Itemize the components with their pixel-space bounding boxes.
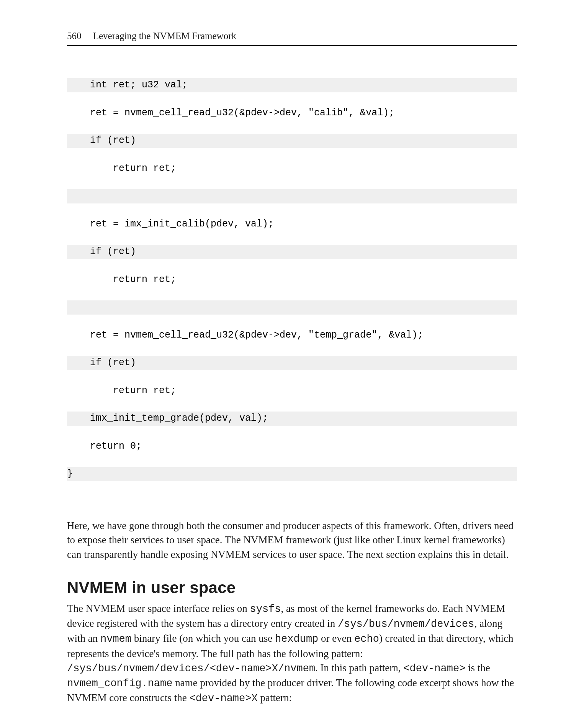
code-line: return ret;	[67, 273, 517, 287]
code-line: if (ret)	[67, 356, 517, 370]
code-line: return 0;	[67, 439, 517, 453]
running-head: 560 Leveraging the NVMEM Framework	[67, 31, 517, 41]
code-line: ret = nvmem_cell_read_u32(&pdev->dev, "c…	[67, 106, 517, 120]
running-title: Leveraging the NVMEM Framework	[93, 31, 236, 41]
page: 560 Leveraging the NVMEM Framework int r…	[0, 0, 584, 728]
code-line: if (ret)	[67, 134, 517, 148]
header-rule	[67, 45, 517, 46]
page-number: 560	[67, 31, 82, 41]
code-line: }	[67, 467, 517, 481]
paragraph-1: Here, we have gone through both the cons…	[67, 519, 517, 562]
code-line	[67, 189, 517, 203]
code-line	[67, 300, 517, 314]
code-line: ret = imx_init_calib(pdev, val);	[67, 217, 517, 231]
code-line: imx_init_temp_grade(pdev, val);	[67, 412, 517, 425]
code-line: if (ret)	[67, 245, 517, 259]
paragraph-2: The NVMEM user space interface relies on…	[67, 602, 517, 706]
code-line: return ret;	[67, 384, 517, 398]
code-block-2: int rval; rval = ida_simple_get(&nvmem_i…	[67, 717, 517, 728]
section-heading: NVMEM in user space	[67, 579, 517, 597]
code-line: int ret; u32 val;	[67, 78, 517, 92]
code-block-1: int ret; u32 val; ret = nvmem_cell_read_…	[67, 64, 517, 509]
code-line: ret = nvmem_cell_read_u32(&pdev->dev, "t…	[67, 328, 517, 342]
code-line: return ret;	[67, 162, 517, 175]
